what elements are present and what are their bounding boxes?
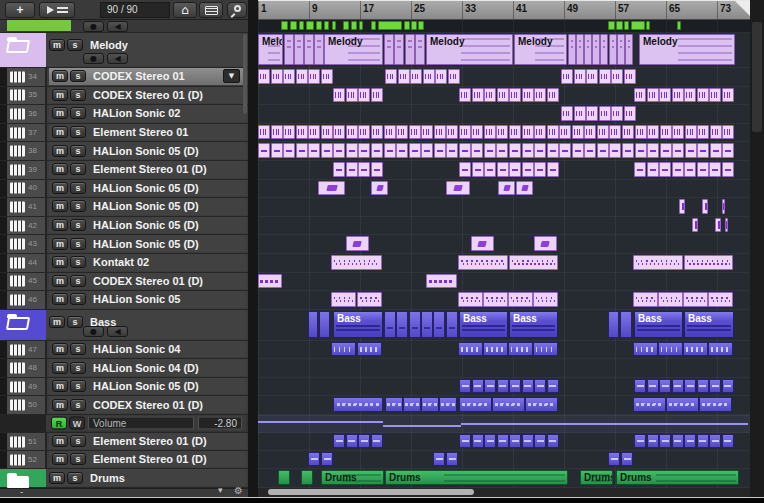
clip[interactable] [459,125,471,140]
clip[interactable] [333,162,345,177]
clip[interactable] [324,21,329,30]
clip[interactable] [471,143,483,158]
clip[interactable] [459,162,471,177]
clip[interactable]: Melody [258,34,283,65]
solo-button[interactable]: s [67,39,83,51]
track-main[interactable]: msBass [46,310,246,339]
clip[interactable] [534,88,546,103]
horizontal-scrollbar[interactable] [258,488,750,497]
clip[interactable]: Melody [324,34,383,65]
track-main[interactable]: msHALion Sonic 04 [49,341,246,358]
clip[interactable] [522,162,534,177]
monitor-button[interactable]: ◀ [107,21,128,32]
clip[interactable] [586,106,598,121]
clip[interactable] [472,379,484,394]
gear-icon[interactable]: ⚙ [234,485,243,496]
track-41-row[interactable]: 41msHALion Sonic 05 (D) [0,198,248,217]
clip[interactable]: Bass [333,311,383,338]
clip[interactable] [346,162,358,177]
track-main[interactable]: msMelody [46,33,246,66]
clip[interactable] [281,21,288,30]
clip[interactable] [472,162,484,177]
track-44-row[interactable]: 44msKontakt 02 [0,254,248,273]
clip[interactable] [634,379,646,394]
mute-button[interactable]: m [52,200,68,212]
clip[interactable] [600,34,608,65]
vertical-scrollbar[interactable] [750,0,764,497]
clip[interactable] [358,434,370,448]
mute-button[interactable]: m [52,182,68,194]
track-parts-row[interactable]: ●◀ [0,20,248,33]
clip[interactable] [609,34,617,65]
vertical-scrollbar-thumb[interactable] [752,22,762,132]
clip[interactable] [331,255,382,270]
clip[interactable] [333,143,345,158]
track-main[interactable]: msCODEX Stereo 01 (D) [49,396,246,413]
track-51-row[interactable]: 51msElement Stereo 01 (D) [0,433,248,451]
clip[interactable] [725,218,728,233]
clip[interactable] [333,397,383,412]
clip[interactable] [333,125,345,140]
clip[interactable] [634,88,646,103]
track-40-row[interactable]: 40msHALion Sonic 05 (D) [0,180,248,199]
clip[interactable] [433,311,445,338]
mute-button[interactable]: m [52,380,68,392]
clip[interactable] [278,470,290,485]
clip[interactable] [458,342,483,357]
clip[interactable] [301,470,313,485]
clip[interactable] [697,379,709,394]
clip[interactable] [624,69,636,84]
clip[interactable] [722,434,734,448]
track-main[interactable]: msHALion Sonic 05 (D) [49,180,246,197]
mute-button[interactable]: m [49,316,65,328]
track-main[interactable]: msCODEX Stereo 01 (D) [49,273,246,290]
clip[interactable] [359,21,363,30]
clip[interactable] [459,397,492,412]
clip[interactable] [722,125,734,140]
clip[interactable]: Bass [509,311,558,338]
clip[interactable]: Melody [639,34,735,65]
clip[interactable] [616,21,623,30]
clip[interactable] [418,21,424,30]
clip[interactable] [384,34,394,65]
clip[interactable] [308,125,320,140]
clip[interactable] [634,162,646,177]
clip[interactable] [484,379,496,394]
clip[interactable]: Drums [321,470,384,485]
clip[interactable]: Drums [580,470,613,485]
clip[interactable] [533,292,558,307]
clip[interactable] [497,162,509,177]
clip[interactable] [496,143,508,158]
clip[interactable] [597,125,609,140]
clip[interactable] [358,125,370,140]
clip[interactable] [472,434,484,448]
clip[interactable] [672,88,684,103]
clip[interactable] [647,434,659,448]
clip[interactable] [294,34,304,65]
clip[interactable] [483,342,508,357]
solo-button[interactable]: s [70,435,86,447]
clip[interactable] [592,34,600,65]
mute-button[interactable]: m [52,89,68,101]
clip[interactable] [672,162,684,177]
track-main[interactable]: msHALion Sonic 05 (D) [49,378,246,395]
clip[interactable] [409,125,421,140]
record-enable-button[interactable]: ● [83,326,104,337]
clip[interactable] [492,397,525,412]
clip[interactable] [446,125,458,140]
clip[interactable] [421,397,439,412]
clip[interactable]: Drums [616,470,739,485]
mute-button[interactable]: m [52,362,68,374]
clip[interactable] [534,162,546,177]
track-47-row[interactable]: 47msHALion Sonic 04 [0,341,248,360]
clip[interactable] [659,162,671,177]
clip[interactable] [484,143,496,158]
solo-button[interactable]: s [70,453,86,465]
clip[interactable] [448,69,460,84]
clip[interactable] [296,125,308,140]
mute-button[interactable]: m [52,343,68,355]
clip[interactable] [534,379,546,394]
clip[interactable]: Bass [459,311,508,338]
track-49-row[interactable]: 49msHALion Sonic 05 (D) [0,378,248,397]
clip[interactable] [308,69,320,84]
